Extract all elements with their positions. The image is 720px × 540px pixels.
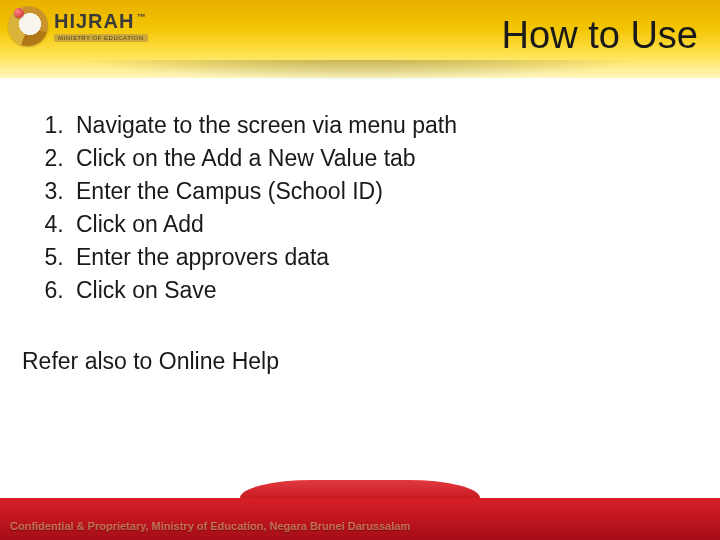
brand-logo: HIJRAH™ MINISTRY OF EDUCATION	[8, 6, 148, 46]
slide-content: Navigate to the screen via menu path Cli…	[22, 110, 698, 377]
brand-name-text: HIJRAH	[54, 10, 134, 32]
page-title: How to Use	[502, 14, 698, 57]
footer-bar	[0, 498, 720, 540]
brand-emblem-icon	[8, 6, 48, 46]
list-item: Navigate to the screen via menu path	[70, 110, 698, 141]
brand-name: HIJRAH™	[54, 11, 148, 31]
refer-note: Refer also to Online Help	[22, 346, 698, 377]
list-item: Click on Save	[70, 275, 698, 306]
list-item: Click on the Add a New Value tab	[70, 143, 698, 174]
brand-tagline: MINISTRY OF EDUCATION	[54, 34, 148, 42]
footer-confidential-text: Confidential & Proprietary, Ministry of …	[10, 520, 410, 532]
list-item: Enter the Campus (School ID)	[70, 176, 698, 207]
brand-text: HIJRAH™ MINISTRY OF EDUCATION	[54, 11, 148, 42]
steps-list: Navigate to the screen via menu path Cli…	[22, 110, 698, 306]
brand-trademark: ™	[136, 12, 146, 22]
header-shadow	[0, 60, 720, 96]
slide-footer: Confidential & Proprietary, Ministry of …	[0, 482, 720, 540]
slide-header: HIJRAH™ MINISTRY OF EDUCATION How to Use	[0, 0, 720, 78]
list-item: Enter the approvers data	[70, 242, 698, 273]
list-item: Click on Add	[70, 209, 698, 240]
footer-tab-decoration	[240, 480, 480, 498]
